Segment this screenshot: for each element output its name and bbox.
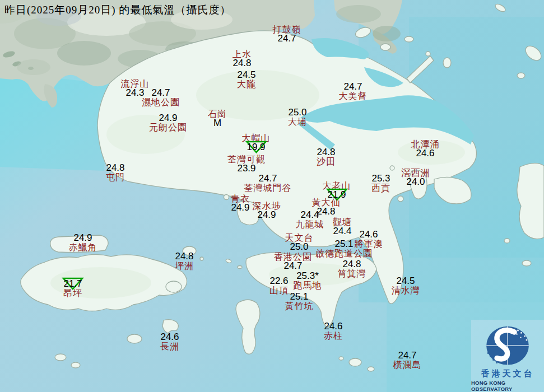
- station-name: 赤鱲角: [69, 242, 97, 252]
- station-name: 濕地公園: [142, 97, 180, 107]
- station-name: 荃灣城門谷: [244, 183, 292, 193]
- station-label: 25.3*跑馬地: [294, 272, 322, 290]
- station-label: 24.7濕地公園: [142, 88, 180, 107]
- station-min-temperature: 24.7: [151, 88, 170, 97]
- station-label: 24.5大隴: [237, 71, 256, 89]
- station-label: 25.0大埔: [288, 108, 307, 127]
- station-name: 西貢: [371, 183, 390, 193]
- station-min-temperature: 25.0: [288, 108, 306, 117]
- station-label: 青衣24.9: [231, 194, 250, 212]
- station-label: 石崗M: [208, 109, 227, 128]
- station-label: 滘西洲24.0: [402, 168, 430, 186]
- station-label: 25.1啟德跑道公園: [315, 240, 373, 258]
- station-min-temperature: 24.7: [277, 34, 296, 43]
- station-label: 大帽山19.9: [242, 133, 271, 152]
- min-temperature-map-page: { "title": "昨日(2025年09月20日) 的最低氣溫（攝氏度）",…: [0, 0, 544, 392]
- station-min-temperature: 24.6: [416, 149, 434, 158]
- station-min-temperature: 24.4: [300, 211, 319, 220]
- station-min-temperature: 21.7: [63, 279, 82, 288]
- station-label: 24.9赤鱲角: [69, 234, 97, 252]
- station-label: 25.1黃竹坑: [285, 292, 314, 311]
- station-min-temperature: 24.9: [231, 203, 249, 212]
- station-name: 大美督: [339, 91, 368, 101]
- station-label: 24.6赤柱: [324, 322, 343, 340]
- station-label: 24.8筲箕灣: [338, 260, 366, 278]
- station-label: 上水24.8: [233, 49, 252, 68]
- station-min-temperature: 24.6: [359, 230, 378, 239]
- station-min-temperature: 24.9: [257, 211, 276, 220]
- station-label: 大老山21.9: [323, 181, 351, 199]
- station-label: 21.7昂坪: [63, 279, 82, 298]
- station-label: 天文台25.0: [285, 233, 314, 251]
- station-label: 24.4九龍城: [296, 211, 324, 229]
- station-min-temperature: 22.6: [269, 277, 288, 286]
- station-min-temperature: 24.0: [406, 178, 425, 186]
- hko-logo: 香港天文台 HONG KONG OBSERVATORY: [471, 320, 544, 392]
- station-label: 24.8坪洲: [175, 252, 194, 270]
- station-label: 深水埗24.9: [253, 201, 281, 220]
- station-name: 啟德跑道公園: [315, 249, 373, 258]
- station-name: 清水灣: [392, 286, 420, 295]
- station-name: 大埔: [288, 117, 307, 127]
- station-min-temperature: 24.5: [396, 277, 415, 286]
- station-min-temperature: 24.8: [317, 148, 335, 157]
- station-label: 24.8沙田: [317, 148, 336, 166]
- station-min-temperature: 24.8: [175, 252, 193, 261]
- station-min-temperature: 24.7: [258, 174, 277, 183]
- station-min-temperature: 24.6: [160, 333, 179, 342]
- station-min-temperature: 24.8: [106, 164, 124, 172]
- station-name: 坪洲: [175, 261, 194, 270]
- station-name: 跑馬地: [294, 281, 322, 290]
- station-label: 觀塘24.4: [333, 217, 352, 236]
- station-label: 打鼓嶺24.7: [273, 25, 301, 43]
- station-min-temperature: 23.9: [237, 164, 255, 173]
- station-min-temperature: 24.9: [73, 234, 92, 242]
- station-name: 大隴: [237, 80, 256, 89]
- station-name: 元朗公園: [149, 123, 187, 132]
- hko-name-english: HONG KONG OBSERVATORY: [471, 380, 544, 392]
- station-name: 屯門: [106, 172, 125, 182]
- station-label: 24.6長洲: [160, 333, 179, 351]
- hko-name-chinese: 香港天文台: [481, 368, 534, 379]
- station-label: 25.3西貢: [371, 174, 390, 193]
- station-name: 長洲: [160, 342, 179, 351]
- hko-emblem-icon: [482, 325, 533, 367]
- station-label: 24.9元朗公園: [149, 114, 187, 132]
- station-min-temperature: 24.7: [343, 82, 362, 91]
- station-min-temperature: 25.1: [334, 240, 353, 249]
- station-label: 香港公園24.7: [274, 252, 312, 270]
- station-name: 筲箕灣: [338, 269, 366, 278]
- page-title: 昨日(2025年09月20日) 的最低氣溫（攝氏度）: [4, 3, 231, 17]
- station-min-temperature: 25.0: [290, 242, 308, 251]
- station-label: 24.7橫瀾島: [393, 351, 422, 370]
- station-min-temperature: 24.4: [333, 227, 351, 236]
- station-min-temperature: 24.9: [159, 114, 177, 123]
- station-label: 北潭涌24.6: [411, 139, 440, 158]
- station-label: 荃灣可觀23.9: [227, 155, 266, 173]
- station-label: 24.7大美督: [339, 82, 368, 101]
- station-min-temperature: 19.9: [247, 143, 265, 152]
- station-name: 沙田: [317, 157, 336, 166]
- station-min-temperature: 24.7: [283, 262, 302, 270]
- station-name: 橫瀾島: [393, 360, 422, 370]
- station-min-temperature: 25.3*: [296, 272, 319, 281]
- station-min-temperature: 24.8: [342, 260, 361, 269]
- station-min-temperature: 24.6: [324, 322, 342, 331]
- station-name: 赤柱: [324, 331, 343, 340]
- station-label: 24.7荃灣城門谷: [244, 174, 292, 193]
- stations-layer: 打鼓嶺24.7上水24.824.5大隴流浮山24.324.7濕地公園24.9元朗…: [0, 0, 544, 392]
- station-min-temperature: 24.7: [398, 351, 416, 360]
- station-min-temperature: M: [213, 119, 221, 128]
- station-min-temperature: 25.1: [290, 292, 308, 301]
- station-label: 24.5清水灣: [392, 277, 420, 295]
- station-name: 黃竹坑: [285, 301, 314, 311]
- station-min-temperature: 24.8: [233, 59, 251, 68]
- station-label: 24.8屯門: [106, 164, 125, 182]
- station-min-temperature: 25.3: [371, 174, 390, 183]
- station-min-temperature: 24.5: [237, 71, 255, 80]
- station-name: 九龍城: [296, 220, 324, 229]
